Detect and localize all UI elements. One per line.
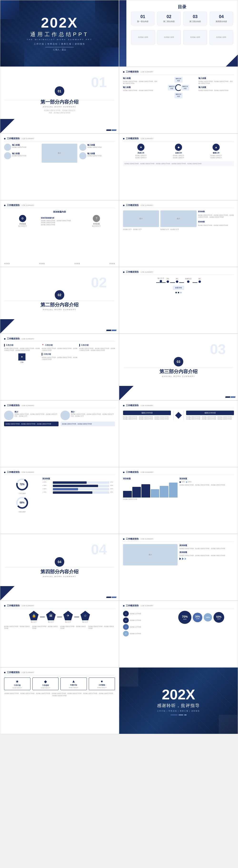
cover-title-cn: 通用工作总结PPT [30,31,89,38]
slide-header-3b: 工作概述报告 / JOB SUMMARY [123,204,234,208]
icon-item-3: ▲ 逾期工作 在此输入说明文字 在此输入说明文字 [198,144,234,159]
c-text-1: 在此输入文字内容 [130,613,141,615]
tl-label-4: 策略阶段 [185,278,192,280]
end-bar-1 [170,715,178,715]
profile-avatar-2 [60,411,70,420]
penta-item-3: ✈ 输入文字 [63,611,73,623]
header-en: / JOB SUMMARY [140,471,153,473]
tl-dot-5 [199,280,201,283]
cycle-arrow [175,84,182,91]
toc-label-2: 第二部分内容 [159,20,179,23]
flow-items: ⚙ 承担标题 输入内容文字 添加页面标题内容 在此输入您的文字内容，在此输入您的… [4,215,115,227]
end-deco [157,715,200,715]
bar-c1-5 [160,486,168,498]
penta-icon-2: 🏛 [46,611,56,620]
penta-label-1: 输入文字 [29,621,38,623]
slide-content-7b: 工作概述报告 / JOB SUMMARY 添加标题 在此输入说明文字内容 添加标… [119,467,238,534]
slide-header-8b: 工作概述报告 / JOB SUMMARY [123,537,234,542]
tl-d1 [176,292,177,293]
penta-line-1 [40,617,45,617]
icon-box-1: ★ 工作计划 在此输入您的文字 [4,678,30,690]
bottom-label-4: 承担标题 [109,262,115,265]
bubble-label-4: 目标率 [217,618,221,620]
chart-section-2: 添加标题 说明1 说明2 在此输入您的文字内容，在此输入您的文字内容，在此输入您… [180,477,234,500]
profile-right: 简介 在此输入您的文字内容，在此输入您的文字内容，在此输入您的文字内容，在此输入… [60,411,115,426]
bar-val-1: 12% [110,482,115,484]
slide-section1: 01 01 第一部分内容介绍 ANNUAL WORK SUMMARY 在此输入您… [0,67,119,133]
corner-bl-3 [119,386,134,400]
slide-content-4a: 工作概述报告 / JOB SUMMARY 输入文字 3阶 4阶 [119,267,238,334]
cover-title-en: THE MINIMALIST WORK SUMMARY PPT [27,38,92,41]
bar-val-2: 30% [110,485,115,487]
section4-en: ANNUAL WORK SUMMARY [41,576,79,578]
header-label: 工作概述报告 [126,537,139,540]
data-content: 72% 工作完成率 58% 目标达成率 添加标题 [4,477,115,513]
photo-col: 图片 [42,144,77,163]
header-label: 工作概述报告 [7,137,20,140]
work-desc-4: 在此输入您的文字内容，在此输入您的文字内容，在此输入您的文字内容，在此输入您的文… [79,347,115,351]
profile-highlight: 在此输入您的文字内容，在此输入您的文字内容，在此输入您的文字内容 [4,422,58,426]
bar-c1-4 [151,489,159,498]
icon-box-3: ▲ 年度计划 在此输入您的文字 [60,678,87,690]
tl-label-3: 4阶 [176,278,179,280]
stat-title: 添加标题 [42,477,115,480]
tl-item-3: 4阶 [176,278,179,283]
section1-en: ANNUAL WORK SUMMARY [41,105,79,107]
tl-line-1 [156,282,166,283]
text-col-desc-2: 在此输入您的文字内容，在此输入您的文字内容，在此输入您的文字内容，在此输入您的文… [186,416,234,420]
circle-row-3: 3 在此输入文字内容 [123,624,167,630]
photo-b: 图片 [160,210,196,227]
corner-bl-4 [0,586,15,600]
photo-col-3: 添加标题 在此输入您的文字内容，在此输入您的文字内容，在此输入您的文字内容，在此… [198,210,234,230]
person-name-4: 输入标题 [87,152,102,155]
section2-content: 02 第二部分内容介绍 ANNUAL WORK SUMMARY [41,290,79,311]
slide-content-10a: 工作概述报告 / JOB SUMMARY ★ 工作计划 在此输入您的文字 ◆ 工… [0,667,119,734]
header-dot [4,472,5,473]
penta-label-4: 输入文字 [80,621,90,623]
penta-text-1: 在此输入您的文字内容，在此输入您的文字内容 [4,625,31,629]
slide-content-9b: 工作概述报告 / JOB SUMMARY 1 在此输入文字内容 2 在此输入文字… [119,600,238,667]
tl-connector-3 [192,282,197,283]
flow-icon-2: ? [93,215,100,222]
header-en: / JOB SUMMARY [140,605,153,607]
bar-stats: 添加标题 + 22% 12% + 38% 30% + [42,477,115,513]
icon-label-3: 逾期工作 [198,152,234,154]
section3-num: 03 [174,357,183,366]
laptop-text-col: 添加标题 在此输入您的文字内容，在此输入您的文字内容，在此输入您的文字内容 添加… [180,544,234,565]
section1-title: 第一部分内容介绍 [41,98,79,105]
photos-layout: 图片 在此输入文字，在此输入文字 图片 在此输入文字，在此输入文字 添加标题 在… [123,210,234,230]
icon-label-1: 完成工作 [123,152,159,154]
icon-box-title-2: 工作总结 [34,684,57,687]
header-dot [123,472,125,473]
icon-item-2: ◆ 达成工作 在此输入说明文字 在此输入说明文字 [161,144,196,159]
laptop-photo-col: 图片 [123,544,178,565]
end-bar-3 [184,715,187,715]
slide-content-3b: 工作概述报告 / JOB SUMMARY 图片 在此输入文字，在此输入文字 图片… [119,200,238,267]
photo-1: 图片 [42,144,77,163]
header-en: / JOB SUMMARY [21,672,34,673]
slide-content-8b: 工作概述报告 / JOB SUMMARY 图片 添加标题 在此输入您的文字内容，… [119,534,238,600]
sec-num-1: 01 [91,74,107,91]
icon-1: ★ [137,144,144,151]
work-icon-box: ✦ 工作 [4,353,40,364]
svg-text:58%: 58% [20,501,25,504]
header-dot [4,405,5,406]
tl-label-1: 输入文字 [156,277,166,280]
header-dot [4,138,5,140]
content-1a-body: 输入标题 在此输入您的文字内容，在此输入您的文字内容，在此输入您的文字内容 输入… [123,77,234,98]
person-col-1: 输入标题 在此输入说明文字内容 输入标题 在此输入说明文字内容 [4,144,40,163]
slide-header-5a: 工作概述报告 / JOB SUMMARY [4,337,115,341]
slide-header-2b: 工作概述报告 / JOB SUMMARY [123,137,234,141]
avatar-3 [79,144,86,151]
toc-item-4: 04 第四部分内容 [210,12,233,25]
profile-2: 简介 在此输入您的文字内容，在此输入您的文字内容，在此输入您的文字内容，在此输入… [60,411,115,420]
toc-item-2: 02 第二部分内容 [157,12,181,25]
text-col-label-1: 编辑文本内容 [123,411,171,415]
penta-text-2: 在此输入您的文字内容，在此输入您的文字内容 [32,625,59,629]
header-en: / JOB SUMMARY [140,205,153,206]
text-col-desc-1: 在此输入您的文字内容，在此输入您的文字内容，在此输入您的文字内容，在此输入您的文… [123,416,171,420]
slide-header-1a: 工作概述报告 / JOB SUMMARY [123,70,234,74]
donut-chart-2: 58% [15,496,29,510]
icon-desc-3b: 在此输入说明文字 [198,157,234,159]
slide-header-9b: 工作概述报告 / JOB SUMMARY [123,604,234,609]
